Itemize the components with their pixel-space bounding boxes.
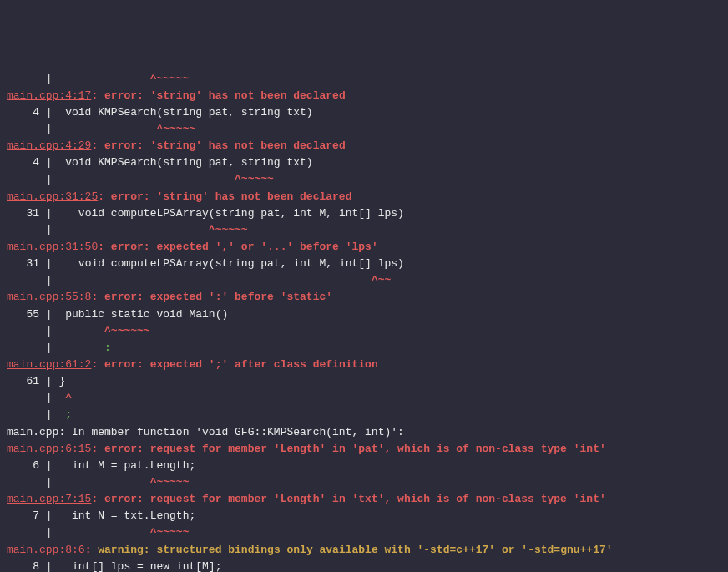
file-location[interactable]: main.cpp:8:6 [7,544,85,556]
diagnostic-kind: error: [111,240,157,253]
caret-marker: ^~~~~~ [150,73,190,85]
output-line: | ^~~~~~ [7,171,721,188]
line-gutter: 4 | [7,156,65,169]
source-code: int M = pat.Length; [72,459,195,472]
caret-marker: ^~~ [372,274,391,286]
context-note: main.cpp: In member function 'void GFG::… [7,426,404,438]
output-line: main.cpp:4:17: error: 'string' has not b… [7,88,721,104]
compiler-output: | ^~~~~~main.cpp:4:17: error: 'string' h… [7,71,721,572]
diagnostic-message: expected ':' before 'static' [150,291,332,303]
output-line: 61 | } [7,373,721,390]
output-line: | : [7,340,721,357]
output-line: main.cpp:4:29: error: 'string' has not b… [7,138,721,154]
file-location[interactable]: main.cpp:4:29 [7,139,91,152]
output-line: 8 | int[] lps = new int[M]; [7,559,721,572]
diagnostic-message: expected ',' or '...' before 'lps' [156,240,377,253]
source-code: public static void Main() [65,308,228,321]
file-location[interactable]: main.cpp:31:50 [7,240,98,253]
diagnostic-kind: error: [104,358,150,371]
line-gutter: 55 | [7,308,65,321]
line-gutter: 8 | [7,560,72,572]
file-location[interactable]: main.cpp:4:17 [7,89,91,102]
diagnostic-kind: error: [111,190,157,203]
source-code: void computeLPSArray(string pat, int M, … [78,257,404,270]
output-line: | ; [7,407,721,423]
diagnostic-message: 'string' has not been declared [150,139,346,152]
caret-marker: ^ [65,392,72,404]
output-line: | ^~~ [7,272,721,289]
source-code: void KMPSearch(string pat, string txt) [65,156,312,169]
line-gutter: 61 | [7,375,58,387]
line-gutter: 7 | [7,509,72,522]
output-line: main.cpp:31:50: error: expected ',' or '… [7,239,721,256]
output-line: main.cpp:31:25: error: 'string' has not … [7,189,721,205]
source-code: void KMPSearch(string pat, string txt) [65,106,312,119]
source-code: int[] lps = new int[M]; [72,560,221,572]
diagnostic-kind: warning: [98,544,156,556]
output-line: 31 | void computeLPSArray(string pat, in… [7,205,721,222]
diagnostic-kind: error: [104,443,150,455]
diagnostic-message: expected ';' after class definition [150,358,378,371]
output-line: | ^~~~~~ [7,121,721,138]
caret-marker: ^~~~~~ [150,476,190,488]
output-line: main.cpp:7:15: error: request for member… [7,491,721,508]
diagnostic-kind: error: [104,139,150,152]
output-line: | ^~~~~~~ [7,323,721,340]
output-line: main.cpp:55:8: error: expected ':' befor… [7,289,721,306]
diagnostic-message: 'string' has not been declared [150,89,346,102]
file-location[interactable]: main.cpp:31:25 [7,190,98,203]
output-line: | ^~~~~~ [7,524,721,541]
output-line: | ^~~~~~ [7,222,721,239]
output-line: main.cpp: In member function 'void GFG::… [7,424,721,441]
output-line: 6 | int M = pat.Length; [7,458,721,474]
diagnostic-message: 'string' has not been declared [156,190,351,203]
diagnostic-message: request for member 'Length' in 'pat', wh… [150,443,606,455]
file-location[interactable]: main.cpp:61:2 [7,358,91,371]
fixit-hint: ; [65,408,72,421]
line-gutter: 31 | [7,207,78,220]
source-code: void computeLPSArray(string pat, int M, … [78,207,404,220]
diagnostic-kind: error: [104,89,150,102]
caret-marker: ^~~~~~ [156,123,195,135]
file-location[interactable]: main.cpp:6:15 [7,443,91,455]
line-gutter: 31 | [7,257,78,270]
output-line: main.cpp:6:15: error: request for member… [7,441,721,458]
source-code: int N = txt.Length; [72,509,195,522]
caret-marker: ^~~~~~ [235,173,274,185]
diagnostic-message: structured bindings only available with … [156,544,612,556]
output-line: main.cpp:8:6: warning: structured bindin… [7,542,721,559]
diagnostic-kind: error: [104,291,150,303]
diagnostic-message: request for member 'Length' in 'txt', wh… [150,493,606,505]
diagnostic-kind: error: [104,493,150,505]
source-code: } [58,375,65,387]
fixit-hint: : [104,342,111,354]
file-location[interactable]: main.cpp:7:15 [7,493,91,505]
output-line: 31 | void computeLPSArray(string pat, in… [7,256,721,272]
output-line: | ^~~~~~ [7,71,721,88]
output-line: 4 | void KMPSearch(string pat, string tx… [7,104,721,121]
output-line: | ^~~~~~ [7,474,721,491]
caret-marker: ^~~~~~~ [104,325,150,337]
line-gutter: 6 | [7,459,72,472]
line-gutter: 4 | [7,106,65,119]
output-line: 4 | void KMPSearch(string pat, string tx… [7,154,721,171]
caret-marker: ^~~~~~ [209,224,248,236]
output-line: 55 | public static void Main() [7,306,721,323]
file-location[interactable]: main.cpp:55:8 [7,291,91,303]
output-line: | ^ [7,390,721,407]
caret-marker: ^~~~~~ [150,526,190,539]
output-line: main.cpp:61:2: error: expected ';' after… [7,357,721,373]
output-line: 7 | int N = txt.Length; [7,508,721,524]
